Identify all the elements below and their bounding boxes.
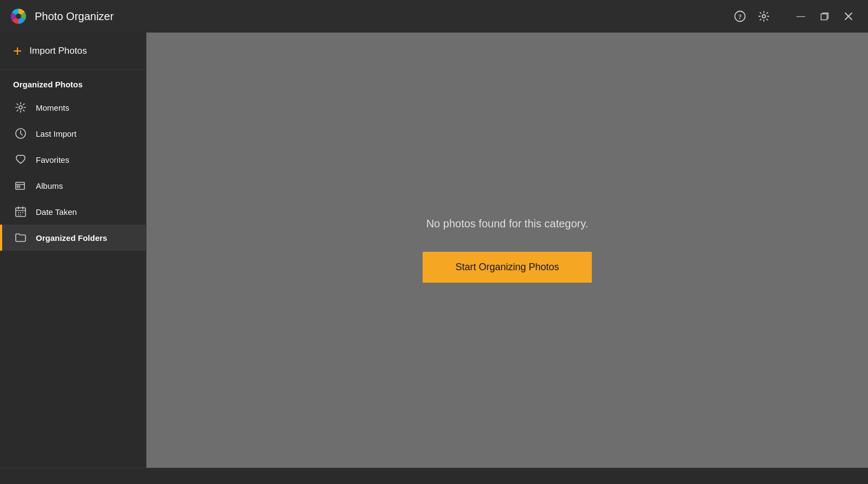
svg-point-3 bbox=[762, 15, 765, 18]
svg-point-12 bbox=[22, 212, 23, 213]
window-controls: — bbox=[790, 5, 859, 27]
svg-rect-4 bbox=[821, 14, 827, 20]
svg-point-11 bbox=[20, 212, 21, 213]
sidebar-item-organized-folders[interactable]: Organized Folders bbox=[0, 225, 146, 251]
sidebar-item-last-import[interactable]: Last Import bbox=[0, 120, 146, 147]
app-window: Photo Organizer ? — bbox=[0, 0, 868, 484]
sidebar-item-moments[interactable]: Moments bbox=[0, 94, 146, 120]
favorites-label: Favorites bbox=[36, 155, 69, 164]
main-layout: + Import Photos Organized Photos M bbox=[0, 33, 868, 468]
settings-icon[interactable] bbox=[757, 10, 770, 23]
albums-icon bbox=[13, 178, 28, 193]
calendar-icon bbox=[13, 204, 28, 219]
sidebar-item-favorites[interactable]: Favorites bbox=[0, 147, 146, 173]
close-button[interactable] bbox=[838, 5, 859, 27]
sidebar-item-date-taken[interactable]: Date Taken bbox=[0, 199, 146, 225]
content-area: No photos found for this category. Start… bbox=[146, 33, 868, 468]
svg-point-0 bbox=[16, 14, 21, 19]
heart-icon bbox=[13, 152, 28, 167]
organized-folders-label: Organized Folders bbox=[36, 233, 107, 243]
sidebar: + Import Photos Organized Photos M bbox=[0, 33, 146, 468]
empty-message: No photos found for this category. bbox=[426, 218, 589, 230]
bottom-bar bbox=[0, 468, 868, 484]
start-organizing-button[interactable]: Start Organizing Photos bbox=[423, 252, 591, 283]
svg-text:?: ? bbox=[738, 12, 742, 21]
moments-icon bbox=[13, 100, 28, 115]
import-photos-button[interactable]: + Import Photos bbox=[0, 33, 146, 70]
plus-icon: + bbox=[13, 43, 22, 59]
title-bar: Photo Organizer ? — bbox=[0, 0, 868, 33]
folder-icon bbox=[13, 230, 28, 245]
moments-label: Moments bbox=[36, 103, 69, 112]
svg-point-5 bbox=[19, 106, 22, 109]
title-bar-controls: ? — bbox=[733, 5, 859, 27]
minimize-button[interactable]: — bbox=[790, 5, 812, 27]
clock-icon bbox=[13, 126, 28, 141]
app-logo bbox=[9, 7, 28, 26]
svg-point-14 bbox=[20, 214, 21, 215]
import-photos-label: Import Photos bbox=[29, 46, 87, 56]
date-taken-label: Date Taken bbox=[36, 207, 77, 216]
sidebar-nav: Moments Last Import bbox=[0, 94, 146, 251]
svg-point-13 bbox=[18, 214, 19, 215]
svg-point-10 bbox=[18, 212, 19, 213]
app-title: Photo Organizer bbox=[35, 10, 733, 23]
last-import-label: Last Import bbox=[36, 129, 76, 138]
organized-photos-title: Organized Photos bbox=[0, 70, 146, 94]
sidebar-item-albums[interactable]: Albums bbox=[0, 173, 146, 199]
albums-label: Albums bbox=[36, 181, 63, 190]
maximize-button[interactable] bbox=[814, 5, 835, 27]
help-icon[interactable]: ? bbox=[733, 10, 746, 23]
